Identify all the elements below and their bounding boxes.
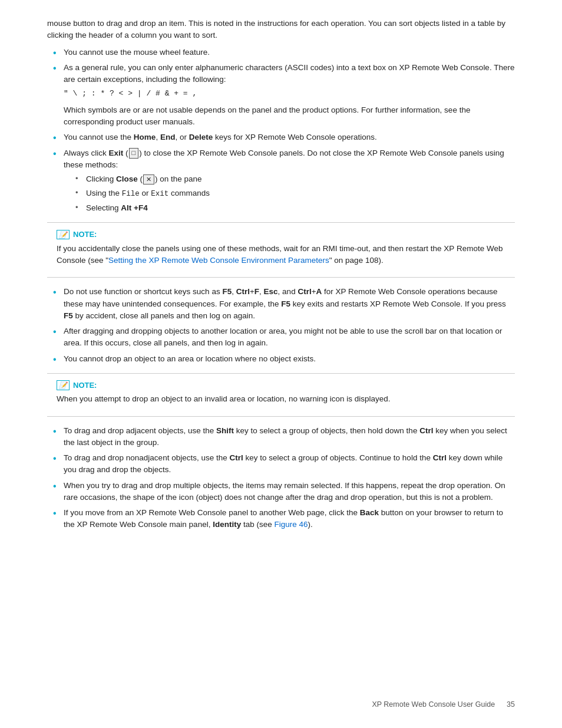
bullet-list-3: To drag and drop adjacent objects, use t… (47, 425, 515, 531)
bullet-ctrl-key: To drag and drop nonadjacent objects, us… (53, 452, 515, 476)
delete-key: Delete (189, 133, 213, 141)
note-2-text: When you attempt to drop an object to an… (57, 393, 505, 405)
home-key: Home (134, 133, 156, 141)
bullet-back-button: If you move from an XP Remote Web Consol… (53, 507, 515, 531)
footer-page-num: 35 (507, 699, 515, 710)
ctrl-a-key: Ctrl (297, 287, 311, 296)
sub-bullet-list: Clicking Close (✕) on the pane Using the… (64, 173, 515, 214)
end-key: End (160, 133, 176, 141)
sub-bullet-close: Clicking Close (✕) on the pane (75, 173, 515, 185)
note-label-2: 📝 NOTE: (57, 380, 505, 391)
bullet-drop-object: You cannot drop an object to an area or … (53, 353, 515, 365)
bullet-shift-key: To drag and drop adjacent objects, use t… (53, 425, 515, 449)
exit-icon: □ (129, 148, 139, 158)
sub-bullet-alt-f4: Selecting Alt +F4 (75, 202, 515, 214)
ctrl-key-4: Ctrl (433, 453, 447, 462)
note-1-link[interactable]: Setting the XP Remote Web Console Enviro… (108, 256, 329, 265)
f-key: F (254, 287, 259, 296)
footer: XP Remote Web Console User Guide 35 (372, 699, 515, 710)
f5-key-3: F5 (64, 311, 73, 320)
note-1-text: If you accidentally close the panels usi… (57, 243, 505, 267)
f5-key: F5 (222, 287, 232, 296)
ctrl-key-2: Ctrl (419, 426, 433, 435)
note-label-1: 📝 NOTE: (57, 229, 505, 241)
esc-key: Esc (264, 287, 278, 296)
identity-tab-label: Identity (213, 520, 241, 529)
bullet-list-2: Do not use function or shortcut keys suc… (47, 286, 515, 365)
special-chars: " \ ; : * ? < > | / # & + = , (64, 88, 515, 100)
bullet-alphanumeric: As a general rule, you can only enter al… (53, 62, 515, 129)
page: mouse button to drag and drop an item. T… (0, 0, 562, 728)
note-icon-1: 📝 (57, 230, 70, 239)
bullet-list-1: You cannot use the mouse wheel feature. … (47, 47, 515, 215)
bullet-mouse-wheel: You cannot use the mouse wheel feature. (53, 47, 515, 58)
back-button-label: Back (360, 508, 379, 517)
intro-text: mouse button to drag and drop an item. T… (47, 18, 515, 42)
note-box-1: 📝 NOTE: If you accidentally close the pa… (47, 222, 515, 278)
footer-title: XP Remote Web Console User Guide (372, 699, 495, 710)
figure-46-link[interactable]: Figure 46 (274, 520, 308, 529)
bullet-multiple-objects: When you try to drag and drop multiple o… (53, 480, 515, 504)
note-icon-2: 📝 (57, 380, 70, 390)
f5-key-2: F5 (281, 299, 290, 308)
ctrl-key-3: Ctrl (229, 453, 243, 462)
close-label: Close (116, 174, 138, 183)
sub-bullet-file-exit: Using the File or Exit commands (75, 187, 515, 200)
a-key: A (316, 287, 322, 296)
file-code: File (122, 190, 140, 198)
bullet-home-end-delete: You cannot use the Home, End, or Delete … (53, 131, 515, 143)
exit-label: Exit (109, 149, 124, 157)
bullet-exit: Always click Exit (□) to close the XP Re… (53, 147, 515, 215)
shift-key: Shift (216, 426, 234, 435)
bullet-scroll-bar: After dragging and dropping objects to a… (53, 325, 515, 350)
exit-code: Exit (151, 190, 168, 198)
close-x-icon: ✕ (143, 174, 154, 185)
ctrl-key: Ctrl (236, 287, 250, 296)
bullet-function-keys: Do not use function or shortcut keys suc… (53, 286, 515, 322)
note-box-2: 📝 NOTE: When you attempt to drop an obje… (47, 373, 515, 417)
alt-f4: Alt +F4 (121, 203, 147, 212)
